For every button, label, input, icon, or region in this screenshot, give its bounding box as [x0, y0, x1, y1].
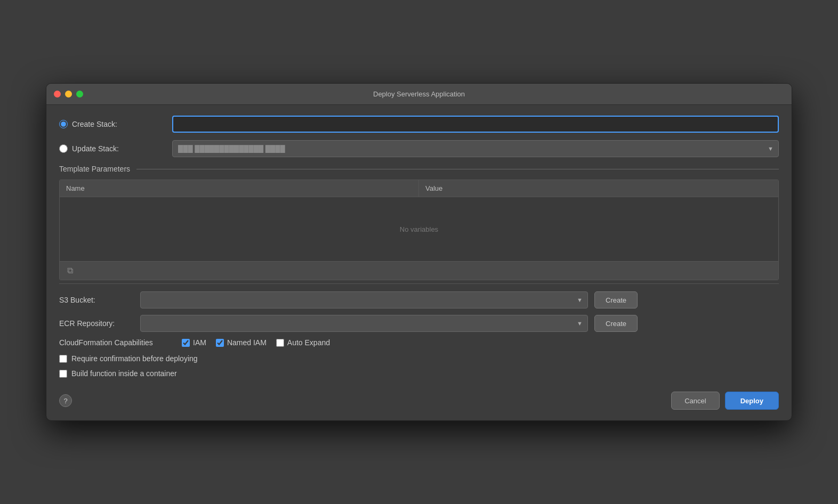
- s3-create-button[interactable]: Create: [594, 291, 638, 308]
- build-container-label: Build function inside a container: [71, 369, 177, 378]
- table-copy-button[interactable]: ⧉: [65, 265, 75, 277]
- close-button[interactable]: [54, 91, 61, 97]
- ecr-repo-select-wrapper: ▼: [140, 315, 588, 332]
- table-body: No variables: [60, 197, 778, 261]
- col-name-header: Name: [60, 180, 419, 197]
- traffic-lights: [54, 91, 83, 97]
- require-confirmation-label: Require confirmation before deploying: [71, 354, 198, 363]
- table-toolbar: ⧉: [60, 261, 778, 280]
- template-parameters-title: Template Parameters: [59, 165, 130, 173]
- update-stack-select-wrapper: ███ ██████████████ ████ ▼: [172, 140, 779, 157]
- window-title: Deploy Serverless Application: [373, 90, 465, 98]
- iam-checkbox-item[interactable]: IAM: [182, 338, 206, 347]
- no-variables-label: No variables: [400, 225, 438, 233]
- capabilities-checkboxes: IAM Named IAM Auto Expand: [182, 338, 330, 347]
- minimize-button[interactable]: [65, 91, 72, 97]
- maximize-button[interactable]: [76, 91, 83, 97]
- auto-expand-label: Auto Expand: [287, 338, 330, 347]
- named-iam-label: Named IAM: [227, 338, 267, 347]
- cloudformation-label: CloudFormation Capabilities: [59, 338, 176, 347]
- build-container-item[interactable]: Build function inside a container: [59, 369, 779, 378]
- ecr-create-button[interactable]: Create: [594, 315, 638, 332]
- build-container-checkbox[interactable]: [59, 370, 67, 378]
- iam-label: IAM: [193, 338, 206, 347]
- update-stack-row: Update Stack: ███ ██████████████ ████ ▼: [59, 140, 779, 157]
- ecr-repo-row: ECR Repository: ▼ Create: [59, 315, 779, 332]
- s3-bucket-select[interactable]: [140, 291, 588, 308]
- ecr-repo-label: ECR Repository:: [59, 319, 134, 328]
- col-value-header: Value: [419, 180, 778, 197]
- create-stack-input[interactable]: [172, 116, 779, 133]
- cloudformation-capabilities-row: CloudFormation Capabilities IAM Named IA…: [59, 338, 779, 347]
- create-stack-radio[interactable]: [59, 120, 68, 128]
- named-iam-checkbox[interactable]: [216, 339, 224, 347]
- s3-bucket-select-wrapper: ▼: [140, 291, 588, 308]
- dialog-content: Create Stack: Update Stack: ███ ████████…: [46, 105, 792, 420]
- update-stack-label[interactable]: Update Stack:: [59, 144, 166, 153]
- ecr-repo-select[interactable]: [140, 315, 588, 332]
- table-header: Name Value: [60, 180, 778, 197]
- auto-expand-checkbox[interactable]: [276, 339, 284, 347]
- s3-bucket-label: S3 Bucket:: [59, 296, 134, 304]
- separator-1: [59, 283, 779, 284]
- section-divider: [136, 169, 779, 169]
- named-iam-checkbox-item[interactable]: Named IAM: [216, 338, 267, 347]
- update-stack-radio[interactable]: [59, 144, 68, 153]
- template-parameters-header: Template Parameters: [59, 165, 779, 173]
- main-window: Deploy Serverless Application Create Sta…: [46, 83, 792, 421]
- auto-expand-checkbox-item[interactable]: Auto Expand: [276, 338, 330, 347]
- create-stack-label[interactable]: Create Stack:: [59, 120, 166, 128]
- deploy-button[interactable]: Deploy: [725, 392, 779, 410]
- s3-bucket-row: S3 Bucket: ▼ Create: [59, 291, 779, 308]
- require-confirmation-item[interactable]: Require confirmation before deploying: [59, 354, 779, 363]
- titlebar: Deploy Serverless Application: [46, 84, 792, 105]
- parameters-table: Name Value No variables ⧉: [59, 180, 779, 280]
- update-stack-select[interactable]: ███ ██████████████ ████: [172, 140, 779, 157]
- require-confirmation-checkbox[interactable]: [59, 355, 67, 363]
- help-button[interactable]: ?: [59, 394, 72, 407]
- dialog-footer: ? Cancel Deploy: [59, 386, 779, 410]
- footer-buttons: Cancel Deploy: [671, 392, 779, 410]
- iam-checkbox[interactable]: [182, 339, 190, 347]
- cancel-button[interactable]: Cancel: [671, 392, 719, 410]
- create-stack-row: Create Stack:: [59, 116, 779, 133]
